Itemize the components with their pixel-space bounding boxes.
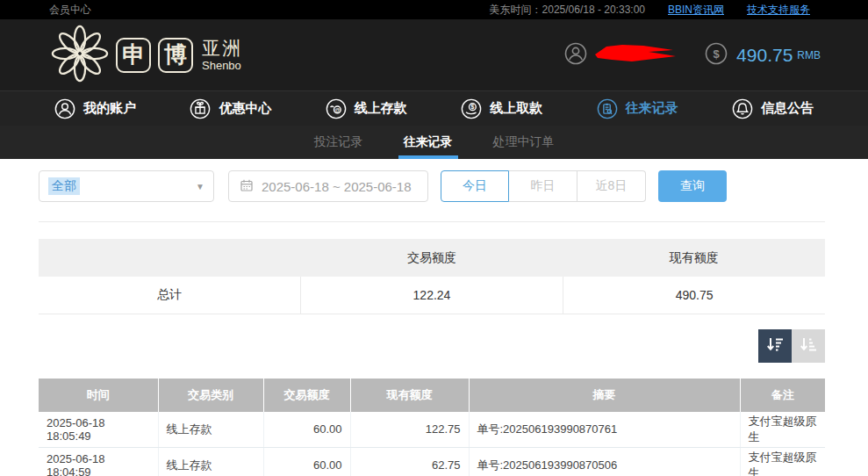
last-8-days-button[interactable]: 近8日 xyxy=(577,170,646,202)
account-user-icon[interactable] xyxy=(564,42,587,69)
cell-time: 2025-06-18 18:05:49 xyxy=(39,412,158,448)
logo-region-text: 亚洲 xyxy=(202,39,242,57)
main-content: 全部 ▼ 2025-06-18 ~ 2025-06-18 今日 xyxy=(0,159,868,476)
eastern-time-label: 美东时间：2025/06/18 - 20:33:00 xyxy=(490,3,645,18)
sub-nav: 投注记录 往来记录 处理中订单 xyxy=(0,126,868,159)
date-range-input[interactable]: 2025-06-18 ~ 2025-06-18 xyxy=(228,170,428,202)
table-row: 2025-06-18 18:05:49 线上存款 60.00 122.75 单号… xyxy=(39,412,825,448)
date-range-value: 2025-06-18 ~ 2025-06-18 xyxy=(262,179,412,194)
col-header-balance: 现有额度 xyxy=(350,379,469,412)
search-button[interactable]: 查询 xyxy=(658,170,727,202)
col-header-summary: 摘要 xyxy=(469,379,740,412)
flower-logo-icon xyxy=(51,25,109,86)
nav-item-announcements[interactable]: 信息公告 xyxy=(732,98,814,119)
logo-wordmark: 亚洲 Shenbo xyxy=(202,39,242,71)
withdraw-icon: $ xyxy=(461,98,482,119)
cell-type: 线上存款 xyxy=(158,412,263,448)
summary-total-balance: 490.75 xyxy=(563,277,825,314)
logo-brand-text: Shenbo xyxy=(202,60,242,71)
cell-remark: 支付宝超级原生 xyxy=(740,412,825,448)
member-center-label: 会员中心 xyxy=(49,3,91,18)
transaction-type-select[interactable]: 全部 ▼ xyxy=(39,170,214,202)
dollar-coin-icon: $ xyxy=(705,42,728,69)
nav-item-my-account[interactable]: 我的账户 xyxy=(54,98,136,119)
filter-row: 全部 ▼ 2025-06-18 ~ 2025-06-18 今日 xyxy=(39,170,825,202)
nav-label: 往来记录 xyxy=(626,100,678,117)
summary-total-row: 总计 122.24 490.75 xyxy=(39,277,825,314)
summary-header-row: 交易额度 现有额度 xyxy=(39,239,825,277)
summary-total-transaction: 122.24 xyxy=(300,277,563,314)
cell-balance: 122.75 xyxy=(350,412,469,448)
tab-betting-records[interactable]: 投注记录 xyxy=(309,126,369,159)
nav-label: 线上存款 xyxy=(355,100,407,117)
summary-table: 交易额度 现有额度 总计 122.24 490.75 xyxy=(39,239,825,314)
user-icon xyxy=(54,98,75,119)
svg-text:$: $ xyxy=(471,103,475,111)
nav-item-transaction-records[interactable]: 往来记录 xyxy=(597,98,678,119)
cell-time: 2025-06-18 18:04:59 xyxy=(39,447,158,476)
cell-summary: 单号:202506193990870506 xyxy=(469,447,740,476)
nav-item-promotions[interactable]: 优惠中心 xyxy=(190,98,271,119)
cell-balance: 62.75 xyxy=(350,447,469,476)
selected-type-value: 全部 xyxy=(48,177,80,195)
tech-support-link[interactable]: 技术支持服务 xyxy=(747,3,810,18)
chevron-down-icon: ▼ xyxy=(196,182,204,191)
svg-text:@: @ xyxy=(334,106,340,112)
sort-descending-icon xyxy=(765,335,785,357)
sort-ascending-button[interactable] xyxy=(792,329,825,363)
col-header-remark: 备注 xyxy=(740,379,825,412)
cell-summary: 单号:202506193990870761 xyxy=(469,412,740,448)
col-header-time: 时间 xyxy=(39,379,158,412)
username-redaction-scribble xyxy=(592,41,678,69)
sort-ascending-icon xyxy=(799,335,818,357)
col-header-type: 交易类别 xyxy=(158,379,263,412)
svg-text:$: $ xyxy=(713,47,720,61)
nav-item-deposit[interactable]: @ 线上存款 xyxy=(326,98,407,119)
tab-pending-orders[interactable]: 处理中订单 xyxy=(488,126,560,159)
balance-currency: RMB xyxy=(797,49,821,61)
yesterday-button[interactable]: 昨日 xyxy=(509,170,577,202)
shenbo-logo[interactable]: 申 博 亚洲 Shenbo xyxy=(51,25,242,86)
main-nav: 我的账户 优惠中心 @ 线上存款 xyxy=(0,90,868,126)
gift-icon xyxy=(190,98,211,119)
bell-icon xyxy=(732,98,753,119)
deposit-icon: @ xyxy=(326,98,347,119)
table-row: 2025-06-18 18:04:59 线上存款 60.00 62.75 单号:… xyxy=(39,447,825,476)
cell-amount: 60.00 xyxy=(263,412,350,448)
col-header-amount: 交易额度 xyxy=(263,379,350,412)
records-table: 时间 交易类别 交易额度 现有额度 摘要 备注 2025-06-18 18:05… xyxy=(39,379,825,476)
bbin-news-link[interactable]: BBIN资讯网 xyxy=(668,3,724,18)
nav-item-withdraw[interactable]: $ 线上取款 xyxy=(461,98,542,119)
nav-label: 线上取款 xyxy=(490,100,542,117)
header: 申 博 亚洲 Shenbo $ 490.75 RMB xyxy=(0,19,868,90)
balance-amount: 490.75 xyxy=(736,45,793,66)
records-header-row: 时间 交易类别 交易额度 现有额度 摘要 备注 xyxy=(39,379,825,412)
section-divider xyxy=(39,221,825,222)
cell-type: 线上存款 xyxy=(158,447,263,476)
summary-header-transaction: 交易额度 xyxy=(300,239,563,277)
records-icon xyxy=(597,98,618,119)
sort-descending-button[interactable] xyxy=(758,329,792,363)
nav-label: 信息公告 xyxy=(761,100,814,117)
logo-char-shen: 申 xyxy=(116,38,151,73)
summary-total-label: 总计 xyxy=(39,277,300,314)
nav-label: 优惠中心 xyxy=(219,100,271,117)
cell-amount: 60.00 xyxy=(263,447,350,476)
summary-header-balance: 现有额度 xyxy=(563,239,825,277)
sort-controls xyxy=(39,329,825,363)
cell-remark: 支付宝超级原生 xyxy=(740,447,825,476)
logo-char-bo: 博 xyxy=(158,38,193,73)
quick-date-button-group: 今日 昨日 近8日 xyxy=(441,170,646,202)
tab-transaction-records[interactable]: 往来记录 xyxy=(398,126,458,159)
top-bar: 会员中心 美东时间：2025/06/18 - 20:33:00 BBIN资讯网 … xyxy=(0,0,868,19)
calendar-icon xyxy=(240,178,254,195)
today-button[interactable]: 今日 xyxy=(441,170,509,202)
summary-header-empty xyxy=(39,239,300,277)
nav-label: 我的账户 xyxy=(83,100,136,117)
